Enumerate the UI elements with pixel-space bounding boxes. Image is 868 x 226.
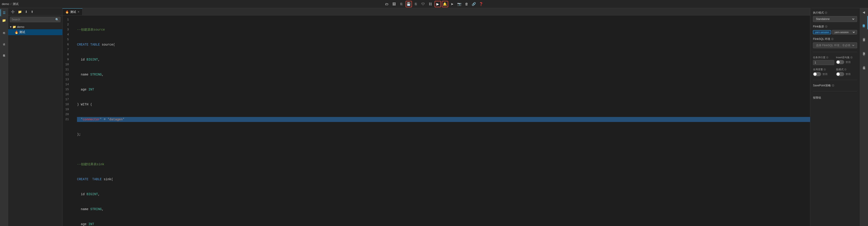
- new-file-button[interactable]: ➕: [10, 9, 16, 14]
- global-var-disabled-label: 禁用: [823, 73, 828, 76]
- breadcrumb-child: 测试: [13, 2, 19, 6]
- main-layout: ☰ 📁 结构 会话 元数据 ➕ 📁 ⬇ ⬆ 🔍 ▾ 📁 demo 🔥 测试: [0, 8, 868, 226]
- sidebar-menu-icon[interactable]: ☰: [0, 9, 8, 16]
- folder-icon: 📁: [12, 25, 16, 29]
- download-button[interactable]: ⬇: [24, 9, 29, 14]
- editor-area: 🔥 测试 ✕ 12345 678910 1112131415 161718192…: [62, 8, 810, 226]
- flink-cluster-label: Flink集群 ⓪: [813, 25, 857, 29]
- collapse-right-icon[interactable]: ◀: [861, 9, 868, 16]
- file-tree: ▾ 📁 demo 🔥 测试: [8, 24, 62, 226]
- flink-cluster-section: Flink集群 ⓪ yarn-session yarn-session: [813, 25, 857, 34]
- editor-tab-test[interactable]: 🔥 测试 ✕: [62, 8, 83, 15]
- tab-close-button[interactable]: ✕: [78, 10, 80, 13]
- tab-icon: 🔥: [65, 10, 69, 13]
- sidebar-explorer-icon[interactable]: 📁: [0, 17, 8, 24]
- tree-item-test[interactable]: 🔥 测试: [8, 29, 62, 35]
- task-parallelism-input[interactable]: [813, 60, 834, 65]
- cluster-select[interactable]: yarn-session: [832, 30, 857, 34]
- send-toolbar-icon[interactable]: ➤: [449, 1, 456, 7]
- savepoint-section: SavePoint策略 ⓪: [813, 84, 857, 87]
- global-var-help-icon[interactable]: ⓪: [824, 68, 826, 71]
- globalvar-batchmode-row: 全局变量 ⓪ 禁用 批模式 ⓪ 禁用: [813, 68, 857, 76]
- trash-toolbar-icon[interactable]: 🗑: [464, 1, 470, 7]
- camera-toolbar-icon[interactable]: 📷: [456, 1, 463, 7]
- flinkenv-section: FlinkSQL 环境 ⓪ 选择 FlinkSQL 环境，非必填: [813, 37, 857, 48]
- tree-folder-label: demo: [17, 25, 25, 29]
- task-parallelism-label: 任务并行度 ⓪: [813, 56, 834, 59]
- search-box[interactable]: 🔍: [10, 17, 60, 22]
- insert-set-disabled-label: 禁用: [845, 60, 850, 64]
- batch-mode-label: 批模式 ⓪: [836, 68, 857, 71]
- parallelism-help-icon[interactable]: ⓪: [826, 56, 828, 59]
- save-version-icon[interactable]: 保存版本: [861, 30, 868, 44]
- breadcrumb: demo / 测试: [2, 2, 19, 6]
- folder-toolbar-icon[interactable]: 🗁: [384, 1, 390, 7]
- parallelism-insertset-row: 任务并行度 ⓪ Insert语句集 ⓪ 禁用: [813, 56, 857, 65]
- left-panel-toolbar: ➕ 📁 ⬇ ⬆: [8, 8, 62, 16]
- insert-set-toggle[interactable]: 禁用: [836, 60, 857, 64]
- insert-set-switch[interactable]: [836, 60, 844, 64]
- flinkenv-help-icon[interactable]: ⓪: [831, 37, 834, 41]
- divider-3: [813, 91, 857, 91]
- share-toolbar-icon[interactable]: ⎘: [413, 1, 419, 7]
- fullscreen-icon[interactable]: 全屏编辑: [861, 58, 868, 72]
- history-icon[interactable]: 版本历史: [861, 44, 868, 58]
- top-bar: demo / 测试 🗁 🖼 ⎘ 💾 ⎘ 🛡 ⛓ ▶ 🔔 ➤ 📷 🗑 🔗 ❓: [0, 0, 868, 8]
- tab-label: 测试: [70, 10, 76, 14]
- search-icon: 🔍: [54, 18, 60, 21]
- global-var-group: 全局变量 ⓪ 禁用: [813, 68, 834, 76]
- toolbar-icons: 🗁 🖼 ⎘ 💾 ⎘ 🛡 ⛓ ▶ 🔔 ➤ 📷 🗑 🔗 ❓: [384, 1, 485, 7]
- link-toolbar-icon[interactable]: 🔗: [471, 1, 477, 7]
- flink-cluster-help-icon[interactable]: ⓪: [825, 25, 828, 28]
- left-panel: ➕ 📁 ⬇ ⬆ 🔍 ▾ 📁 demo 🔥 测试: [8, 8, 62, 226]
- global-var-label: 全局变量 ⓪: [813, 68, 834, 71]
- flinkenv-dropdown[interactable]: 选择 FlinkSQL 环境，非必填: [815, 44, 855, 47]
- alert-group-label: 报警组: [813, 96, 857, 100]
- cluster-dropdown[interactable]: yarn-session: [834, 31, 856, 34]
- fire-icon: 🔥: [14, 30, 18, 34]
- shield-toolbar-icon[interactable]: 🛡: [420, 1, 426, 7]
- execution-mode-help-icon[interactable]: ⓪: [825, 11, 827, 15]
- savepoint-help-icon[interactable]: ⓪: [832, 84, 834, 87]
- batch-mode-switch[interactable]: [836, 72, 844, 76]
- exec-config-icon[interactable]: 执行配置: [861, 16, 868, 29]
- code-content[interactable]: --创建源表source CREATE TABLE source( id BIG…: [73, 16, 810, 226]
- new-folder-button[interactable]: 📁: [17, 9, 23, 14]
- execution-mode-dropdown[interactable]: Standalone: [815, 17, 855, 21]
- copy-toolbar-icon[interactable]: ⎘: [398, 1, 405, 7]
- breadcrumb-root: demo: [2, 2, 9, 6]
- network-toolbar-icon[interactable]: ⛓: [427, 1, 434, 7]
- far-right-sidebar: ◀ 执行配置 保存版本 版本历史 全屏编辑: [860, 8, 868, 226]
- image-toolbar-icon[interactable]: 🖼: [391, 1, 397, 7]
- sidebar-structure-icon[interactable]: 结构: [0, 25, 8, 35]
- flinkenv-select[interactable]: 选择 FlinkSQL 环境，非必填: [813, 43, 857, 48]
- upload-button[interactable]: ⬆: [30, 9, 34, 14]
- batch-mode-disabled-label: 禁用: [845, 73, 850, 76]
- batch-mode-toggle[interactable]: 禁用: [836, 72, 857, 76]
- execution-mode-select[interactable]: Standalone: [813, 16, 857, 22]
- help-toolbar-icon[interactable]: ❓: [478, 1, 485, 7]
- search-input[interactable]: [10, 17, 54, 22]
- global-var-toggle[interactable]: 禁用: [813, 72, 834, 76]
- execution-mode-label: 执行模式 ⓪: [813, 11, 857, 15]
- editor-tabs: 🔥 测试 ✕: [62, 8, 810, 16]
- savepoint-label: SavePoint策略 ⓪: [813, 84, 857, 87]
- task-parallelism-group: 任务并行度 ⓪: [813, 56, 834, 65]
- tree-folder-demo[interactable]: ▾ 📁 demo: [8, 25, 62, 29]
- save-toolbar-icon[interactable]: 💾: [406, 1, 412, 7]
- code-editor[interactable]: 12345 678910 1112131415 1617181920 21 --…: [62, 16, 810, 226]
- right-panel: 执行模式 ⓪ Standalone Flink集群 ⓪ yarn-session…: [810, 8, 860, 226]
- insert-set-help-icon[interactable]: ⓪: [850, 56, 852, 59]
- insert-set-group: Insert语句集 ⓪ 禁用: [836, 56, 857, 65]
- play-toolbar-icon[interactable]: ▶: [435, 1, 441, 7]
- sidebar-metadata-icon[interactable]: 元数据: [0, 47, 8, 58]
- batch-mode-help-icon[interactable]: ⓪: [844, 68, 846, 71]
- cluster-tag[interactable]: yarn-session: [813, 30, 831, 34]
- execution-mode-section: 执行模式 ⓪ Standalone: [813, 11, 857, 22]
- global-var-switch[interactable]: [813, 72, 821, 76]
- cluster-tags: yarn-session yarn-session: [813, 30, 857, 34]
- bell-toolbar-icon[interactable]: 🔔: [442, 1, 448, 7]
- sidebar-chat-icon[interactable]: 会话: [0, 36, 8, 47]
- chevron-down-icon: ▾: [10, 25, 11, 29]
- far-left-sidebar: ☰ 📁 结构 会话 元数据: [0, 8, 8, 226]
